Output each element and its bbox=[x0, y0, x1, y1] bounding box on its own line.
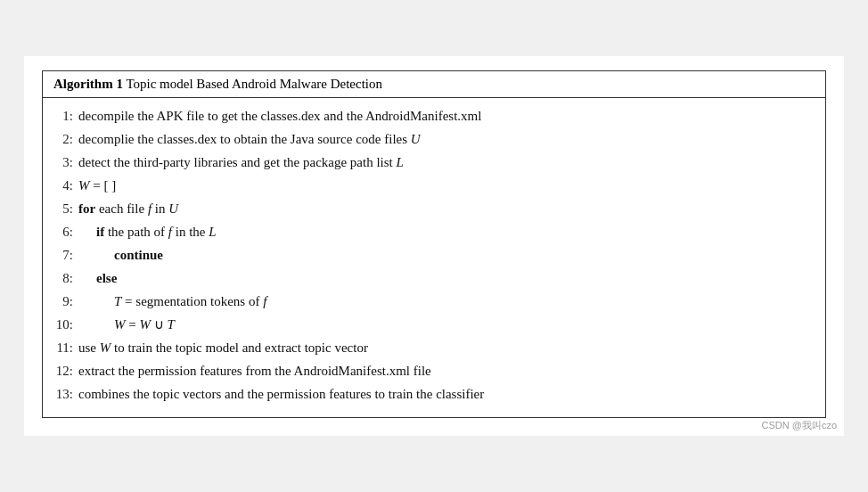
variable: T bbox=[167, 317, 174, 332]
line-number: 5: bbox=[53, 198, 78, 219]
line-number: 8: bbox=[53, 267, 78, 289]
algorithm-line: 9:T = segmentation tokens of f bbox=[53, 291, 815, 312]
text: ∪ bbox=[151, 317, 168, 332]
variable: L bbox=[397, 155, 404, 169]
algorithm-line: 11:use W to train the topic model and ex… bbox=[53, 337, 815, 358]
keyword: if bbox=[96, 225, 104, 239]
variable: U bbox=[411, 132, 421, 146]
text: = bbox=[126, 317, 140, 332]
algorithm-title-bold: Algorithm 1 bbox=[53, 77, 123, 91]
text: extract the permission features from the… bbox=[78, 364, 431, 378]
variable: W bbox=[139, 317, 151, 332]
keyword: continue bbox=[114, 248, 163, 262]
line-content: detect the third-party libraries and get… bbox=[78, 152, 404, 173]
algorithm-line: 8:else bbox=[53, 267, 815, 289]
text: decompile the APK file to get the classe… bbox=[78, 109, 481, 123]
line-content: decomplie the classes.dex to obtain the … bbox=[78, 128, 421, 150]
line-number: 11: bbox=[53, 337, 78, 358]
line-number: 13: bbox=[53, 383, 78, 405]
line-content: for each file f in U bbox=[78, 198, 178, 219]
line-number: 9: bbox=[53, 291, 78, 312]
line-content: decompile the APK file to get the classe… bbox=[78, 105, 481, 127]
line-number: 6: bbox=[53, 221, 78, 242]
algorithm-line: 13:combines the topic vectors and the pe… bbox=[53, 383, 815, 405]
algorithm-line: 2:decomplie the classes.dex to obtain th… bbox=[53, 128, 815, 150]
text: in bbox=[151, 201, 168, 216]
variable: W bbox=[78, 178, 90, 193]
line-number: 4: bbox=[53, 175, 78, 196]
variable: W bbox=[100, 340, 111, 355]
line-content: if the path of f in the L bbox=[78, 221, 217, 242]
variable: f bbox=[263, 294, 266, 308]
line-content: T = segmentation tokens of f bbox=[78, 291, 266, 312]
line-number: 10: bbox=[53, 314, 78, 335]
watermark: CSDN @我叫czo bbox=[761, 419, 837, 432]
line-content: combines the topic vectors and the permi… bbox=[78, 383, 484, 405]
algorithm-body: 1:decompile the APK file to get the clas… bbox=[43, 98, 825, 417]
variable: L bbox=[209, 225, 216, 239]
text: = [ ] bbox=[90, 178, 117, 193]
algorithm-header: Algorithm 1 Topic model Based Android Ma… bbox=[43, 71, 825, 98]
algorithm-line: 5:for each file f in U bbox=[53, 198, 815, 219]
keyword: else bbox=[96, 271, 117, 285]
algorithm-line: 12:extract the permission features from … bbox=[53, 360, 815, 381]
algorithm-line: 1:decompile the APK file to get the clas… bbox=[53, 105, 815, 127]
text: combines the topic vectors and the permi… bbox=[78, 387, 484, 401]
text: to train the topic model and extract top… bbox=[111, 340, 368, 355]
text: use bbox=[78, 340, 100, 355]
text: = segmentation tokens of bbox=[121, 294, 263, 308]
line-number: 2: bbox=[53, 128, 78, 150]
variable: W bbox=[114, 317, 126, 332]
line-number: 3: bbox=[53, 152, 78, 173]
line-number: 7: bbox=[53, 244, 78, 266]
algorithm-line: 10:W = W ∪ T bbox=[53, 314, 815, 335]
line-content: W = W ∪ T bbox=[78, 314, 175, 335]
text: the path of bbox=[104, 225, 168, 239]
line-content: extract the permission features from the… bbox=[78, 360, 431, 381]
variable: U bbox=[168, 201, 178, 216]
algorithm-line: 7:continue bbox=[53, 244, 815, 266]
algorithm-line: 3:detect the third-party libraries and g… bbox=[53, 152, 815, 173]
line-number: 12: bbox=[53, 360, 78, 381]
text: decomplie the classes.dex to obtain the … bbox=[78, 132, 411, 146]
algorithm-title-normal: Topic model Based Android Malware Detect… bbox=[123, 77, 382, 91]
line-content: else bbox=[78, 267, 117, 289]
text: each file bbox=[95, 201, 148, 216]
text: detect the third-party libraries and get… bbox=[78, 155, 397, 169]
line-content: continue bbox=[78, 244, 163, 266]
text: in the bbox=[172, 225, 209, 239]
line-content: use W to train the topic model and extra… bbox=[78, 337, 368, 358]
algorithm-box: Algorithm 1 Topic model Based Android Ma… bbox=[42, 70, 826, 418]
line-content: W = [ ] bbox=[78, 175, 116, 196]
page-container: Algorithm 1 Topic model Based Android Ma… bbox=[24, 56, 844, 436]
algorithm-line: 4:W = [ ] bbox=[53, 175, 815, 196]
line-number: 1: bbox=[53, 105, 78, 127]
keyword: for bbox=[78, 201, 95, 216]
algorithm-line: 6:if the path of f in the L bbox=[53, 221, 815, 242]
